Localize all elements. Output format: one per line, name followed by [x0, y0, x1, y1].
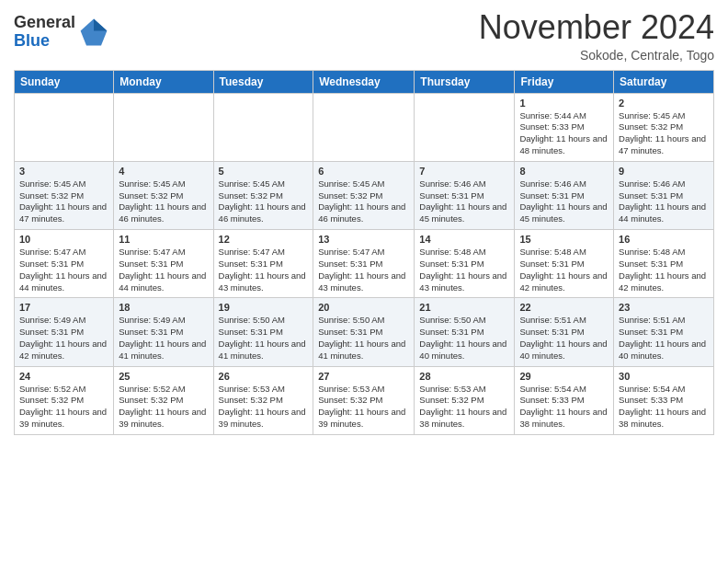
calendar-cell: 30Sunrise: 5:54 AMSunset: 5:33 PMDayligh…: [614, 366, 714, 434]
day-number: 16: [619, 234, 709, 245]
page: General Blue November 2024 Sokode, Centr…: [0, 0, 728, 449]
day-info: Sunrise: 5:45 AMSunset: 5:32 PMDaylight:…: [318, 178, 409, 225]
day-info: Sunrise: 5:53 AMSunset: 5:32 PMDaylight:…: [419, 384, 509, 431]
day-number: 23: [619, 302, 709, 313]
calendar-cell: [213, 93, 313, 161]
day-number: 6: [318, 166, 409, 177]
day-info: Sunrise: 5:46 AMSunset: 5:31 PMDaylight:…: [419, 178, 509, 225]
calendar: SundayMondayTuesdayWednesdayThursdayFrid…: [14, 70, 714, 435]
day-number: 5: [219, 166, 309, 177]
calendar-cell: 22Sunrise: 5:51 AMSunset: 5:31 PMDayligh…: [515, 298, 614, 366]
day-number: 28: [419, 371, 509, 382]
day-number: 29: [519, 371, 609, 382]
day-info: Sunrise: 5:53 AMSunset: 5:32 PMDaylight:…: [318, 384, 409, 431]
calendar-cell: 8Sunrise: 5:46 AMSunset: 5:31 PMDaylight…: [515, 161, 614, 229]
day-info: Sunrise: 5:49 AMSunset: 5:31 PMDaylight:…: [119, 315, 208, 362]
calendar-cell: 13Sunrise: 5:47 AMSunset: 5:31 PMDayligh…: [313, 230, 415, 298]
day-number: 17: [19, 302, 108, 313]
day-info: Sunrise: 5:52 AMSunset: 5:32 PMDaylight:…: [19, 384, 108, 431]
day-number: 8: [519, 166, 609, 177]
calendar-cell: 5Sunrise: 5:45 AMSunset: 5:32 PMDaylight…: [213, 161, 313, 229]
header-row: SundayMondayTuesdayWednesdayThursdayFrid…: [15, 70, 714, 93]
day-info: Sunrise: 5:48 AMSunset: 5:31 PMDaylight:…: [619, 247, 709, 293]
day-info: Sunrise: 5:47 AMSunset: 5:31 PMDaylight:…: [119, 247, 208, 293]
day-info: Sunrise: 5:49 AMSunset: 5:31 PMDaylight:…: [19, 315, 108, 362]
day-number: 15: [519, 234, 609, 245]
day-info: Sunrise: 5:48 AMSunset: 5:31 PMDaylight:…: [419, 247, 509, 293]
col-header-wednesday: Wednesday: [313, 70, 415, 93]
col-header-monday: Monday: [114, 70, 213, 93]
calendar-cell: 7Sunrise: 5:46 AMSunset: 5:31 PMDaylight…: [415, 161, 515, 229]
day-info: Sunrise: 5:45 AMSunset: 5:32 PMDaylight:…: [19, 178, 108, 225]
col-header-friday: Friday: [515, 70, 614, 93]
day-info: Sunrise: 5:50 AMSunset: 5:31 PMDaylight:…: [318, 315, 409, 362]
day-number: 30: [619, 371, 709, 382]
svg-marker-1: [94, 18, 107, 30]
calendar-cell: 19Sunrise: 5:50 AMSunset: 5:31 PMDayligh…: [213, 298, 313, 366]
calendar-cell: [114, 93, 213, 161]
calendar-cell: 9Sunrise: 5:46 AMSunset: 5:31 PMDaylight…: [614, 161, 714, 229]
day-info: Sunrise: 5:51 AMSunset: 5:31 PMDaylight:…: [619, 315, 709, 362]
calendar-cell: 12Sunrise: 5:47 AMSunset: 5:31 PMDayligh…: [213, 230, 313, 298]
calendar-cell: 27Sunrise: 5:53 AMSunset: 5:32 PMDayligh…: [313, 366, 415, 434]
day-info: Sunrise: 5:47 AMSunset: 5:31 PMDaylight:…: [219, 247, 309, 293]
calendar-cell: 21Sunrise: 5:50 AMSunset: 5:31 PMDayligh…: [415, 298, 515, 366]
calendar-cell: 23Sunrise: 5:51 AMSunset: 5:31 PMDayligh…: [614, 298, 714, 366]
calendar-cell: 15Sunrise: 5:48 AMSunset: 5:31 PMDayligh…: [515, 230, 614, 298]
day-number: 20: [318, 302, 409, 313]
day-info: Sunrise: 5:44 AMSunset: 5:33 PMDaylight:…: [519, 110, 609, 157]
calendar-cell: 4Sunrise: 5:45 AMSunset: 5:32 PMDaylight…: [114, 161, 213, 229]
week-row-5: 24Sunrise: 5:52 AMSunset: 5:32 PMDayligh…: [15, 366, 714, 434]
day-info: Sunrise: 5:48 AMSunset: 5:31 PMDaylight:…: [519, 247, 609, 293]
day-info: Sunrise: 5:46 AMSunset: 5:31 PMDaylight:…: [619, 178, 709, 225]
day-info: Sunrise: 5:51 AMSunset: 5:31 PMDaylight:…: [519, 315, 609, 362]
day-number: 10: [19, 234, 108, 245]
title-block: November 2024 Sokode, Centrale, Togo: [479, 9, 714, 63]
calendar-cell: 20Sunrise: 5:50 AMSunset: 5:31 PMDayligh…: [313, 298, 415, 366]
day-info: Sunrise: 5:54 AMSunset: 5:33 PMDaylight:…: [619, 384, 709, 431]
calendar-cell: 17Sunrise: 5:49 AMSunset: 5:31 PMDayligh…: [15, 298, 114, 366]
day-number: 25: [119, 371, 208, 382]
logo: General Blue: [14, 14, 108, 51]
day-info: Sunrise: 5:47 AMSunset: 5:31 PMDaylight:…: [19, 247, 108, 293]
day-info: Sunrise: 5:50 AMSunset: 5:31 PMDaylight:…: [219, 315, 309, 362]
day-number: 27: [318, 371, 409, 382]
calendar-cell: [415, 93, 515, 161]
calendar-cell: 6Sunrise: 5:45 AMSunset: 5:32 PMDaylight…: [313, 161, 415, 229]
location: Sokode, Centrale, Togo: [479, 48, 714, 63]
day-number: 22: [519, 302, 609, 313]
day-info: Sunrise: 5:52 AMSunset: 5:32 PMDaylight:…: [119, 384, 208, 431]
week-row-1: 1Sunrise: 5:44 AMSunset: 5:33 PMDaylight…: [15, 93, 714, 161]
day-number: 24: [19, 371, 108, 382]
calendar-cell: 11Sunrise: 5:47 AMSunset: 5:31 PMDayligh…: [114, 230, 213, 298]
logo-blue: Blue: [14, 32, 75, 51]
day-info: Sunrise: 5:45 AMSunset: 5:32 PMDaylight:…: [219, 178, 309, 225]
day-info: Sunrise: 5:47 AMSunset: 5:31 PMDaylight:…: [318, 247, 409, 293]
calendar-cell: 29Sunrise: 5:54 AMSunset: 5:33 PMDayligh…: [515, 366, 614, 434]
day-number: 1: [519, 98, 609, 109]
day-number: 11: [119, 234, 208, 245]
calendar-cell: 2Sunrise: 5:45 AMSunset: 5:32 PMDaylight…: [614, 93, 714, 161]
calendar-cell: 18Sunrise: 5:49 AMSunset: 5:31 PMDayligh…: [114, 298, 213, 366]
week-row-4: 17Sunrise: 5:49 AMSunset: 5:31 PMDayligh…: [15, 298, 714, 366]
day-number: 2: [619, 98, 709, 109]
calendar-cell: 26Sunrise: 5:53 AMSunset: 5:32 PMDayligh…: [213, 366, 313, 434]
logo-general: General: [14, 14, 75, 32]
day-number: 19: [219, 302, 309, 313]
col-header-thursday: Thursday: [415, 70, 515, 93]
logo-text: General Blue: [14, 14, 75, 51]
col-header-sunday: Sunday: [15, 70, 114, 93]
calendar-cell: [15, 93, 114, 161]
logo-icon: [79, 17, 108, 47]
day-info: Sunrise: 5:53 AMSunset: 5:32 PMDaylight:…: [219, 384, 309, 431]
calendar-cell: 25Sunrise: 5:52 AMSunset: 5:32 PMDayligh…: [114, 366, 213, 434]
day-info: Sunrise: 5:50 AMSunset: 5:31 PMDaylight:…: [419, 315, 509, 362]
calendar-cell: 14Sunrise: 5:48 AMSunset: 5:31 PMDayligh…: [415, 230, 515, 298]
calendar-cell: 3Sunrise: 5:45 AMSunset: 5:32 PMDaylight…: [15, 161, 114, 229]
day-number: 26: [219, 371, 309, 382]
day-info: Sunrise: 5:45 AMSunset: 5:32 PMDaylight:…: [619, 110, 709, 157]
day-number: 12: [219, 234, 309, 245]
header: General Blue November 2024 Sokode, Centr…: [14, 9, 714, 63]
calendar-cell: 24Sunrise: 5:52 AMSunset: 5:32 PMDayligh…: [15, 366, 114, 434]
week-row-2: 3Sunrise: 5:45 AMSunset: 5:32 PMDaylight…: [15, 161, 714, 229]
